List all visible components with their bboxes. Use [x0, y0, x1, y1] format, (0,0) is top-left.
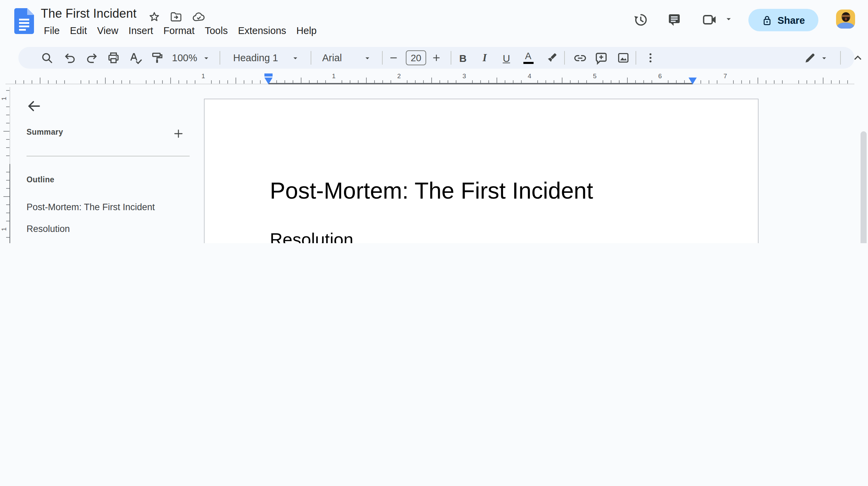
cloud-saved-icon[interactable] — [191, 10, 206, 24]
avatar-mouth — [845, 18, 847, 20]
insert-image-icon[interactable] — [614, 49, 632, 67]
outline-item-resolution[interactable]: Resolution — [27, 222, 70, 235]
ruler-ticks — [0, 87, 10, 243]
ruler-number: 1 — [332, 72, 336, 80]
hide-menus-icon[interactable] — [848, 49, 867, 67]
outline-sidebar: Summary Outline Post-Mortem: The First I… — [10, 87, 204, 243]
underline-icon[interactable]: U — [499, 49, 514, 67]
account-avatar[interactable] — [836, 10, 855, 29]
add-comment-icon[interactable] — [592, 49, 610, 67]
ruler-number: 7 — [724, 72, 727, 80]
ruler-number: 6 — [658, 72, 662, 80]
right-indent-marker[interactable] — [688, 78, 697, 85]
zoom-dropdown-icon[interactable] — [203, 47, 211, 69]
summary-heading: Summary — [27, 128, 63, 136]
sidebar-divider — [27, 156, 190, 156]
ruler-baseline-text-area — [268, 83, 693, 84]
search-icon[interactable] — [38, 49, 55, 67]
document-title-field[interactable]: The First Incident — [41, 7, 137, 21]
avatar-shirt — [837, 22, 854, 29]
doc-heading-resolution[interactable]: Resolution — [270, 229, 694, 243]
spellcheck-icon[interactable] — [126, 49, 144, 67]
vertical-scrollbar-thumb[interactable] — [861, 131, 867, 243]
editing-mode-icon[interactable] — [800, 49, 819, 67]
share-button[interactable]: Share — [748, 9, 818, 31]
menu-format[interactable]: Format — [158, 24, 200, 37]
ruler-number: 4 — [528, 72, 532, 80]
paint-format-icon[interactable] — [148, 49, 166, 67]
meet-dropdown-icon[interactable] — [725, 10, 733, 29]
horizontal-ruler: 1 1 2 3 4 5 6 7 — [0, 71, 854, 87]
toolbar: 100% Heading 1 Arial 20 B I U — [18, 47, 854, 69]
more-options-icon[interactable] — [642, 49, 659, 67]
highlight-color-icon[interactable] — [543, 49, 561, 67]
decrease-font-size-icon[interactable] — [386, 49, 401, 67]
print-icon[interactable] — [105, 49, 122, 67]
font-dropdown-icon[interactable] — [364, 47, 372, 69]
ruler-number: 3 — [463, 72, 466, 80]
move-folder-icon[interactable] — [169, 10, 184, 24]
menu-extensions[interactable]: Extensions — [233, 24, 291, 37]
back-arrow-icon — [27, 99, 41, 114]
redo-icon[interactable] — [83, 49, 101, 67]
meet-video-icon[interactable] — [700, 10, 719, 29]
ruler-number: 1 — [202, 72, 205, 80]
insert-link-icon[interactable] — [571, 49, 589, 67]
zoom-select[interactable]: 100% — [172, 47, 197, 69]
toolbar-divider — [382, 51, 383, 65]
bold-icon[interactable]: B — [455, 49, 470, 67]
share-label: Share — [778, 15, 805, 26]
add-summary-icon[interactable] — [171, 126, 186, 141]
left-indent-marker[interactable] — [264, 73, 273, 85]
close-outline-button[interactable] — [22, 95, 46, 118]
ruler-number: 1 — [0, 225, 7, 233]
outline-heading: Outline — [27, 175, 54, 184]
menu-edit[interactable]: Edit — [65, 24, 92, 37]
font-family-select[interactable]: Arial — [322, 47, 342, 69]
document-page[interactable]: Post-Mortem: The First Incident Resoluti… — [204, 99, 759, 243]
editing-mode-dropdown-icon[interactable] — [820, 47, 829, 69]
star-icon[interactable] — [147, 10, 162, 24]
style-dropdown-icon[interactable] — [292, 47, 300, 69]
docs-logo-icon[interactable] — [14, 8, 34, 34]
menubar: File Edit View Insert Format Tools Exten… — [39, 24, 322, 37]
increase-font-size-icon[interactable] — [429, 49, 444, 67]
vertical-ruler: 1 1 2 3 4 — [0, 87, 10, 243]
toolbar-divider — [840, 51, 841, 65]
version-history-icon[interactable] — [631, 10, 650, 29]
text-color-swatch — [523, 62, 533, 64]
italic-icon[interactable]: I — [477, 49, 492, 67]
font-size-input[interactable]: 20 — [406, 50, 426, 65]
toolbar-divider — [451, 51, 451, 65]
menu-file[interactable]: File — [39, 24, 65, 37]
google-docs-window: The First Incident File Edit View Insert… — [0, 0, 868, 243]
ruler-number: 5 — [593, 72, 597, 80]
toolbar-divider — [636, 51, 636, 65]
menu-help[interactable]: Help — [291, 24, 322, 37]
undo-icon[interactable] — [61, 49, 79, 67]
ruler-number: 2 — [397, 72, 401, 80]
outline-item-post-mortem[interactable]: Post-Mortem: The First Incident — [27, 200, 155, 214]
ruler-number: 1 — [0, 95, 7, 102]
doc-heading-title[interactable]: Post-Mortem: The First Incident — [270, 177, 694, 204]
ruler-baseline-left — [5, 84, 268, 84]
comments-icon[interactable] — [665, 10, 684, 29]
toolbar-divider — [311, 51, 311, 65]
text-color-icon[interactable]: A — [520, 49, 536, 67]
menu-tools[interactable]: Tools — [199, 24, 233, 37]
menu-insert[interactable]: Insert — [123, 24, 158, 37]
toolbar-divider — [220, 51, 220, 65]
menu-view[interactable]: View — [92, 24, 123, 37]
paragraph-style-select[interactable]: Heading 1 — [233, 47, 278, 69]
ruler-baseline-right — [693, 84, 854, 84]
lock-icon — [762, 15, 772, 26]
toolbar-divider — [564, 51, 565, 65]
